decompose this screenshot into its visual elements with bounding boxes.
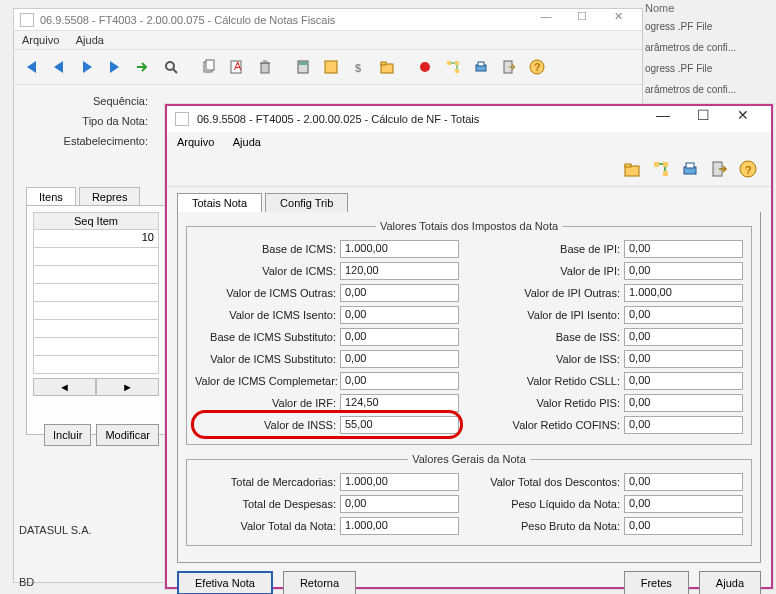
legend-gerais: Valores Gerais da Nota <box>408 453 530 465</box>
field-valor-inss[interactable]: 55,00 <box>340 416 459 434</box>
label-base-icms-sub: Base de ICMS Substituto: <box>195 331 340 343</box>
label-tot-merc: Total de Mercadorias: <box>195 476 340 488</box>
folder-icon[interactable] <box>374 54 400 80</box>
fretes-button[interactable]: Fretes <box>624 571 689 594</box>
field-ret-csll[interactable]: 0,00 <box>624 372 743 390</box>
field-tot-merc[interactable]: 1.000,00 <box>340 473 459 491</box>
maximize-button[interactable]: ☐ <box>683 107 723 131</box>
field-valor-iss[interactable]: 0,00 <box>624 350 743 368</box>
svg-rect-8 <box>325 61 337 73</box>
seq-header: Seq Item <box>33 212 159 230</box>
field-valor-ipi[interactable]: 0,00 <box>624 262 743 280</box>
button-row: Efetiva Nota Retorna Fretes Ajuda <box>167 563 771 594</box>
field-valor-icms-sub[interactable]: 0,00 <box>340 350 459 368</box>
field-ipi-outras[interactable]: 1.000,00 <box>624 284 743 302</box>
tab-totais-nota[interactable]: Totais Nota <box>177 193 262 212</box>
seq-cell[interactable]: 10 <box>33 230 159 248</box>
menu-ajuda[interactable]: Ajuda <box>76 34 104 46</box>
tab-itens[interactable]: Itens <box>26 187 76 206</box>
money-icon[interactable]: $ <box>346 54 372 80</box>
footer-bd: BD <box>19 576 92 588</box>
next-icon[interactable] <box>74 54 100 80</box>
seq-panel: Seq Item 10 ◄ ► <box>26 205 166 435</box>
svg-point-0 <box>166 62 174 70</box>
field-valor-irf[interactable]: 124,50 <box>340 394 459 412</box>
edit-icon[interactable]: A <box>224 54 250 80</box>
svg-rect-15 <box>455 69 459 73</box>
label-ret-csll: Valor Retido CSLL: <box>479 375 624 387</box>
scroll-left-icon[interactable]: ◄ <box>33 378 96 396</box>
field-ipi-isento[interactable]: 0,00 <box>624 306 743 324</box>
field-base-iss[interactable]: 0,00 <box>624 328 743 346</box>
label-val-total: Valor Total da Nota: <box>195 520 340 532</box>
modificar-button[interactable]: Modificar <box>96 424 159 446</box>
search-icon[interactable] <box>158 54 184 80</box>
ajuda-button[interactable]: Ajuda <box>699 571 761 594</box>
help-icon[interactable]: ? <box>524 54 550 80</box>
prev-icon[interactable] <box>46 54 72 80</box>
field-valor-icms[interactable]: 120,00 <box>340 262 459 280</box>
exit-icon[interactable] <box>496 54 522 80</box>
first-icon[interactable] <box>18 54 44 80</box>
form-icon[interactable] <box>318 54 344 80</box>
print-icon[interactable] <box>468 54 494 80</box>
menu-arquivo[interactable]: Arquivo <box>22 34 59 46</box>
field-base-ipi[interactable]: 0,00 <box>624 240 743 258</box>
seq-cell-empty[interactable] <box>33 338 159 356</box>
retorna-button[interactable]: Retorna <box>283 571 356 594</box>
field-base-icms-sub[interactable]: 0,00 <box>340 328 459 346</box>
svg-text:$: $ <box>355 62 361 74</box>
help-icon[interactable]: ? <box>735 156 761 182</box>
print-icon[interactable] <box>677 156 703 182</box>
last-icon[interactable] <box>102 54 128 80</box>
field-val-total[interactable]: 1.000,00 <box>340 517 459 535</box>
field-icms-outras[interactable]: 0,00 <box>340 284 459 302</box>
minimize-button[interactable]: — <box>528 10 564 30</box>
seq-cell-empty[interactable] <box>33 248 159 266</box>
tree-icon[interactable] <box>440 54 466 80</box>
tab-repres[interactable]: Repres <box>79 187 140 206</box>
field-peso-liq[interactable]: 0,00 <box>624 495 743 513</box>
svg-point-12 <box>420 62 430 72</box>
field-base-icms[interactable]: 1.000,00 <box>340 240 459 258</box>
seq-cell-empty[interactable] <box>33 266 159 284</box>
label-base-icms: Base de ICMS: <box>195 243 340 255</box>
svg-rect-24 <box>663 162 668 167</box>
efetiva-nota-button[interactable]: Efetiva Nota <box>177 571 273 594</box>
incluir-button[interactable]: Incluir <box>44 424 91 446</box>
bug-icon[interactable] <box>412 54 438 80</box>
minimize-button[interactable]: — <box>643 107 683 131</box>
field-icms-compl[interactable]: 0,00 <box>340 372 459 390</box>
tab-config-trib[interactable]: Config Trib <box>265 193 348 212</box>
exit-icon[interactable] <box>706 156 732 182</box>
toolbar: A $ ? <box>14 49 642 85</box>
close-button[interactable]: ✕ <box>600 10 636 30</box>
maximize-button[interactable]: ☐ <box>564 10 600 30</box>
field-peso-bruto[interactable]: 0,00 <box>624 517 743 535</box>
field-ret-pis[interactable]: 0,00 <box>624 394 743 412</box>
seq-cell-empty[interactable] <box>33 284 159 302</box>
close-button[interactable]: ✕ <box>723 107 763 131</box>
folder-icon[interactable] <box>619 156 645 182</box>
field-icms-isento[interactable]: 0,00 <box>340 306 459 324</box>
field-ret-cofins[interactable]: 0,00 <box>624 416 743 434</box>
titlebar[interactable]: 06.9.5508 - FT4003 - 2.00.00.075 - Cálcu… <box>14 9 642 31</box>
scroll-right-icon[interactable]: ► <box>96 378 159 396</box>
delete-icon[interactable] <box>252 54 278 80</box>
tab-content: Valores Totais dos Impostos da Nota Base… <box>177 212 761 563</box>
titlebar-fg[interactable]: 06.9.5508 - FT4005 - 2.00.00.025 - Cálcu… <box>167 106 771 132</box>
goto-icon[interactable] <box>130 54 156 80</box>
seq-cell-empty[interactable] <box>33 302 159 320</box>
calc-icon[interactable] <box>290 54 316 80</box>
svg-rect-25 <box>663 171 668 176</box>
tree-icon[interactable] <box>648 156 674 182</box>
label-sequencia: Sequência: <box>34 95 154 107</box>
menu-arquivo[interactable]: Arquivo <box>177 136 214 148</box>
seq-cell-empty[interactable] <box>33 356 159 374</box>
copy-icon[interactable] <box>196 54 222 80</box>
field-tot-desp[interactable]: 0,00 <box>340 495 459 513</box>
seq-cell-empty[interactable] <box>33 320 159 338</box>
app-icon <box>175 112 189 126</box>
field-val-desc[interactable]: 0,00 <box>624 473 743 491</box>
menu-ajuda[interactable]: Ajuda <box>233 136 261 148</box>
